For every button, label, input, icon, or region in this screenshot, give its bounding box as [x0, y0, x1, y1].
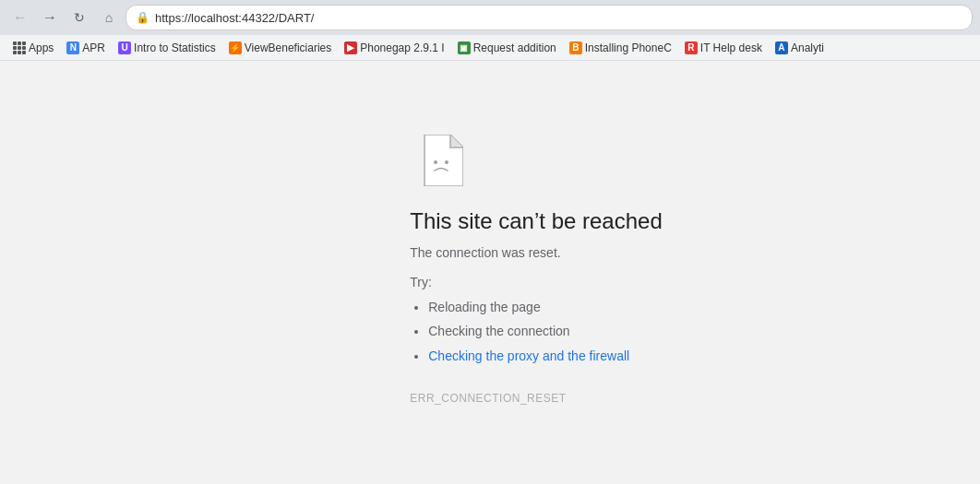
bookmark-analyti-icon: A: [775, 41, 788, 54]
bookmark-intro-stats-icon: U: [118, 41, 131, 54]
bookmark-analyti[interactable]: A Analyti: [770, 40, 830, 56]
bookmark-viewbene-label: ViewBeneficiaries: [245, 41, 332, 54]
bookmarks-bar: Apps N APR U Intro to Statistics ⚡ ViewB…: [0, 35, 980, 61]
lock-icon: 🔒: [136, 11, 149, 24]
apps-grid-icon: [13, 41, 26, 54]
error-document-icon: [419, 135, 463, 186]
home-button[interactable]: ⌂: [96, 5, 122, 30]
page-content: This site can’t be reached The connectio…: [0, 61, 980, 484]
bookmark-phonegap[interactable]: ▶ Phonegap 2.9.1 I: [339, 40, 449, 56]
bookmark-request[interactable]: ▣ Request addition: [452, 40, 562, 56]
bookmark-phonegap-label: Phonegap 2.9.1 I: [360, 41, 444, 54]
bookmark-phonegap-icon: ▶: [344, 41, 357, 54]
bookmark-apr-label: APR: [82, 41, 105, 54]
try-label: Try:: [410, 275, 432, 289]
bookmark-intro-stats[interactable]: U Intro to Statistics: [113, 40, 221, 56]
bookmark-installing-icon: B: [569, 41, 582, 54]
url-input[interactable]: [155, 11, 962, 25]
bookmark-ithelp-icon: R: [685, 41, 698, 54]
bookmark-apps-label: Apps: [29, 41, 54, 54]
reload-button[interactable]: ↻: [66, 5, 92, 30]
bookmark-apps[interactable]: Apps: [7, 40, 59, 56]
back-button[interactable]: ←: [7, 5, 33, 30]
bookmark-apr-icon: N: [66, 41, 79, 54]
error-title: This site can’t be reached: [410, 208, 662, 234]
suggestion-connection: Checking the connection: [428, 324, 569, 338]
error-container: This site can’t be reached The connectio…: [410, 135, 662, 405]
nav-bar: ← → ↻ ⌂ 🔒: [0, 0, 980, 35]
bookmark-intro-stats-label: Intro to Statistics: [134, 41, 216, 54]
try-list: Reloading the page Checking the connecti…: [410, 297, 629, 370]
bookmark-analyti-label: Analyti: [791, 41, 824, 54]
list-item: Reloading the page: [428, 297, 629, 317]
svg-point-1: [445, 160, 448, 164]
list-item[interactable]: Checking the proxy and the firewall: [428, 346, 629, 366]
bookmark-ithelp-label: IT Help desk: [700, 41, 762, 54]
error-code: ERR_CONNECTION_RESET: [410, 392, 566, 405]
bookmark-viewbene[interactable]: ⚡ ViewBeneficiaries: [223, 40, 338, 56]
address-bar[interactable]: 🔒: [125, 5, 973, 30]
bookmark-apr[interactable]: N APR: [61, 40, 111, 56]
forward-button[interactable]: →: [37, 5, 63, 30]
bookmark-ithelp[interactable]: R IT Help desk: [679, 40, 768, 56]
list-item: Checking the connection: [428, 321, 629, 341]
suggestion-proxy-link[interactable]: Checking the proxy and the firewall: [428, 348, 629, 363]
bookmark-installing-label: Installing PhoneC: [585, 41, 672, 54]
error-subtitle: The connection was reset.: [410, 245, 560, 260]
suggestion-reload: Reloading the page: [428, 300, 540, 314]
bookmark-request-icon: ▣: [458, 41, 471, 54]
browser-chrome: ← → ↻ ⌂ 🔒 Apps N APR U Intro to Statisti…: [0, 0, 980, 61]
bookmark-request-label: Request addition: [473, 41, 556, 54]
bookmark-viewbene-icon: ⚡: [229, 41, 242, 54]
svg-point-0: [434, 160, 437, 164]
bookmark-installing[interactable]: B Installing PhoneC: [564, 40, 677, 56]
